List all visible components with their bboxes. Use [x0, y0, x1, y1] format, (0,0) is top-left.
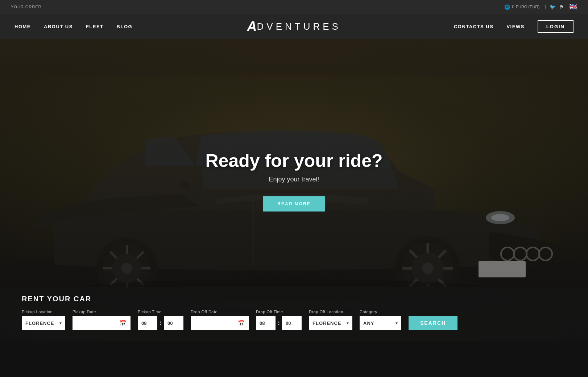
top-bar: YOUR ORDER 🌐 € EURO (EUR) f 🐦 ⚑ 🇬🇧	[0, 0, 588, 14]
brand-letter: A	[247, 20, 257, 33]
hero-content: Ready for your ride? Enjoy your travel! …	[206, 150, 383, 211]
dropoff-time-colon: :	[277, 319, 281, 327]
social-icons: f 🐦 ⚑	[544, 4, 564, 10]
pickup-location-wrapper: FLORENCE ROME MILAN VENICE ▼	[22, 316, 65, 330]
dropoff-time-wrapper: 0809101112 : 00153045	[256, 316, 302, 330]
your-order-label[interactable]: YOUR ORDER	[11, 5, 42, 9]
pickup-time-label: Pickup Time	[138, 310, 183, 314]
twitter-icon[interactable]: 🐦	[550, 4, 556, 10]
currency-symbol: €	[512, 5, 514, 9]
category-label: Category	[360, 310, 401, 314]
nav-blog[interactable]: BLOG	[117, 24, 133, 29]
nav-contacts[interactable]: CONTACTS US	[454, 24, 493, 29]
dropoff-minute-wrapper: 00153045	[282, 316, 302, 330]
pickup-date-label: Pickup Date	[73, 310, 131, 314]
category-group: Category ANY ECONOMY COMPACT SUV LUXURY …	[360, 310, 401, 330]
login-button[interactable]: LOGIN	[538, 20, 573, 33]
rent-title: RENT YOUR CAR	[22, 295, 566, 303]
navbar: HOME ABOUT US FLEET BLOG A DVENTURES CON…	[0, 14, 588, 39]
pickup-time-group: Pickup Time 0809101112 : 00153045	[138, 310, 183, 330]
hero-section: Ready for your ride? Enjoy your travel! …	[0, 39, 588, 341]
category-wrapper: ANY ECONOMY COMPACT SUV LUXURY ▼	[360, 316, 401, 330]
read-more-button[interactable]: READ MORE	[263, 196, 325, 211]
search-button[interactable]: SEARCH	[409, 316, 457, 330]
dropoff-hour-wrapper: 0809101112	[256, 316, 276, 330]
dropoff-date-label: Drop Off Date	[191, 310, 249, 314]
dropoff-date-wrapper: 📅	[191, 316, 249, 330]
dropoff-time-label: Drop Off Time	[256, 310, 302, 314]
rent-section: RENT YOUR CAR Pickup Location FLORENCE R…	[0, 287, 588, 341]
pickup-date-wrapper: 📅	[73, 316, 131, 330]
nav-views[interactable]: VIEWS	[506, 24, 524, 29]
euro-circle-icon: 🌐	[504, 4, 510, 10]
dropoff-location-wrapper: FLORENCE ROME MILAN VENICE ▼	[309, 316, 352, 330]
dropoff-date-input[interactable]	[191, 316, 249, 330]
pickup-minute-select[interactable]: 00153045	[164, 316, 183, 330]
nav-about[interactable]: ABOUT US	[44, 24, 73, 29]
currency-selector[interactable]: 🌐 € EURO (EUR)	[504, 4, 540, 10]
pickup-date-group: Pickup Date 📅	[73, 310, 131, 330]
hero-subtitle: Enjoy your travel!	[206, 176, 383, 183]
nav-right: CONTACTS US VIEWS LOGIN	[454, 20, 573, 33]
foursquare-icon[interactable]: ⚑	[559, 4, 564, 10]
dropoff-location-group: Drop Off Location FLORENCE ROME MILAN VE…	[309, 310, 352, 330]
dropoff-location-select[interactable]: FLORENCE ROME MILAN VENICE	[309, 316, 352, 330]
pickup-location-group: Pickup Location FLORENCE ROME MILAN VENI…	[22, 310, 65, 330]
dropoff-hour-select[interactable]: 0809101112	[256, 316, 276, 330]
pickup-hour-select[interactable]: 0809101112	[138, 316, 157, 330]
dropoff-date-group: Drop Off Date 📅	[191, 310, 249, 330]
brand-logo[interactable]: A DVENTURES	[247, 20, 341, 33]
currency-label: EURO (EUR)	[516, 5, 539, 9]
brand-rest: DVENTURES	[257, 21, 341, 32]
nav-fleet[interactable]: FLEET	[86, 24, 104, 29]
pickup-time-wrapper: 0809101112 : 00153045	[138, 316, 183, 330]
hero-title: Ready for your ride?	[206, 150, 383, 171]
nav-left: HOME ABOUT US FLEET BLOG	[15, 24, 132, 29]
pickup-location-select[interactable]: FLORENCE ROME MILAN VENICE	[22, 316, 65, 330]
nav-home[interactable]: HOME	[15, 24, 31, 29]
pickup-hour-wrapper: 0809101112	[138, 316, 157, 330]
dropoff-minute-select[interactable]: 00153045	[282, 316, 302, 330]
pickup-time-colon: :	[159, 319, 162, 327]
language-flag-icon[interactable]: 🇬🇧	[569, 3, 577, 11]
pickup-location-label: Pickup Location	[22, 310, 65, 314]
rent-form: Pickup Location FLORENCE ROME MILAN VENI…	[22, 310, 566, 330]
pickup-date-input[interactable]	[73, 316, 131, 330]
dropoff-time-group: Drop Off Time 0809101112 : 00153045	[256, 310, 302, 330]
dropoff-location-label: Drop Off Location	[309, 310, 352, 314]
facebook-icon[interactable]: f	[544, 4, 546, 10]
pickup-minute-wrapper: 00153045	[164, 316, 183, 330]
category-select[interactable]: ANY ECONOMY COMPACT SUV LUXURY	[360, 316, 401, 330]
top-bar-right: 🌐 € EURO (EUR) f 🐦 ⚑ 🇬🇧	[504, 3, 577, 11]
